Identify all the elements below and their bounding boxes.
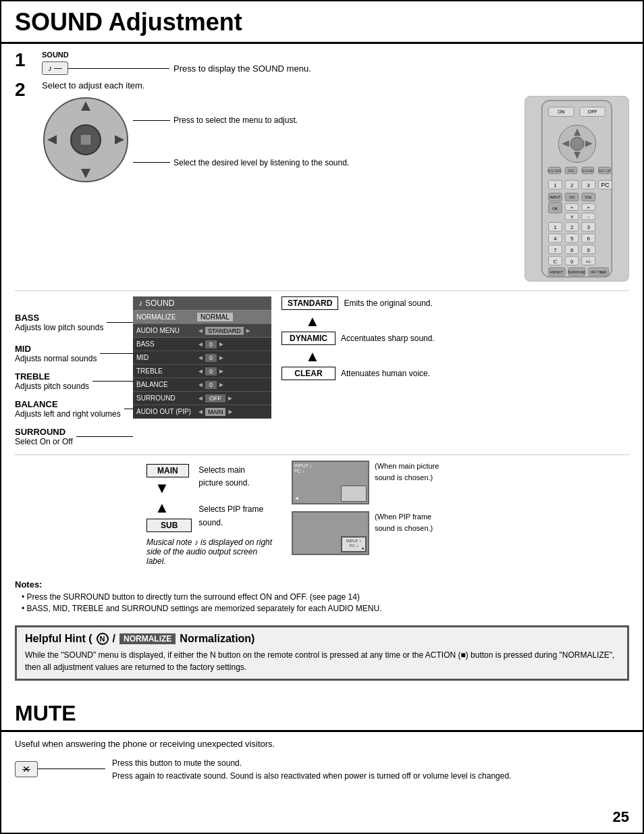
standard-box: STANDARD bbox=[281, 296, 338, 310]
hint-title-prefix: Helpful Hint ( bbox=[25, 633, 92, 645]
main-content: 1 SOUND ♪ — Press to display the SOUND m… bbox=[1, 44, 643, 694]
normalize-label: NORMALIZE bbox=[133, 313, 197, 321]
svg-text:5: 5 bbox=[570, 236, 574, 242]
n-circle: N bbox=[97, 633, 109, 645]
svg-text:+: + bbox=[587, 205, 590, 211]
svg-text:VOL/SRS: VOL/SRS bbox=[547, 170, 562, 173]
vertical-arrow-up: ▲ bbox=[155, 499, 169, 517]
bass-title: BASS bbox=[15, 313, 103, 323]
audio-out-left bbox=[15, 461, 133, 569]
step-1-instruction: Press to display the SOUND menu. bbox=[173, 63, 311, 74]
joystick-instructions: Press to select the menu to adjust. Sele… bbox=[133, 96, 349, 184]
sub-pip-box: INPUT ♪PC ♪ ◄ bbox=[341, 536, 367, 552]
treble-title: TREBLE bbox=[15, 371, 89, 382]
menu-row-mid: MID ◄ 0 ► bbox=[133, 351, 271, 365]
mute-content: Useful when answering the phone or recei… bbox=[1, 739, 643, 783]
svg-text:PC: PC bbox=[601, 182, 610, 188]
sub-desc: Selects PIP framesound. bbox=[198, 503, 263, 529]
mid-menu-label: MID bbox=[133, 354, 197, 361]
audioout-menu-label: AUDIO OUT (PIP) bbox=[133, 408, 197, 415]
svg-text:INPUT: INPUT bbox=[549, 195, 561, 199]
mute-section: MUTE Useful when answering the phone or … bbox=[1, 701, 643, 783]
dynamic-box: DYNAMIC bbox=[281, 332, 336, 345]
mid-arrow-right: ► bbox=[218, 354, 225, 361]
page-header: SOUND Adjustment bbox=[1, 1, 643, 44]
menu-row-surround: SURROUND ◄ OFF ► bbox=[133, 392, 271, 405]
main-frame-arrow: ◄ bbox=[294, 496, 299, 500]
mute-instruction-1: Press this button to mute the sound. bbox=[112, 757, 511, 770]
balance-value: 0 bbox=[205, 381, 217, 389]
mute-instruction-2: Press again to reactivate sound. Sound i… bbox=[112, 770, 511, 783]
menu-row-audioout: AUDIO OUT (PIP) ◄ MAIN ► bbox=[133, 405, 271, 419]
mid-title: MID bbox=[15, 344, 97, 354]
surround-title: SURROUND bbox=[15, 427, 73, 437]
bass-label-row: BASS Adjusts low pitch sounds bbox=[15, 315, 133, 329]
notes-section: Notes: Press the SURROUND button to dire… bbox=[15, 576, 629, 619]
main-sub-box: MAIN ▼ ▲ SUB Selects mainpicture sound. … bbox=[143, 461, 281, 569]
main-picture-frame: INPUT ♪PC ♪ ◄ bbox=[292, 461, 369, 504]
menu-row-treble: TREBLE ◄ 0 ► bbox=[133, 365, 271, 378]
svg-text:CH: CH bbox=[569, 195, 574, 199]
main-sub-buttons: MAIN ▼ ▲ SUB bbox=[146, 464, 192, 532]
vertical-arrow-down: ▼ bbox=[155, 479, 169, 497]
main-button: MAIN bbox=[146, 464, 189, 477]
sound-menu-header: ♪ SOUND bbox=[133, 296, 271, 311]
sound-note-icon: ♪ bbox=[48, 63, 52, 73]
step-1-number: 1 bbox=[15, 51, 35, 70]
treble-arrow-right: ► bbox=[218, 367, 225, 375]
svg-point-17 bbox=[570, 137, 584, 151]
clear-desc: Attenuates human voice. bbox=[341, 369, 430, 378]
press-instruction: Press to select the menu to adjust. bbox=[133, 115, 349, 125]
mid-label-row: MID Adjusts normal sounds bbox=[15, 344, 133, 363]
svg-text:3: 3 bbox=[587, 182, 591, 188]
sound-button-row: SOUND bbox=[42, 51, 629, 59]
svg-text:SET UP: SET UP bbox=[599, 170, 611, 173]
select-instruction: Select the desired level by listening to… bbox=[133, 158, 349, 167]
svg-text:4: 4 bbox=[554, 236, 557, 242]
svg-text:6: 6 bbox=[587, 236, 591, 242]
clear-box: CLEAR bbox=[281, 367, 336, 380]
page-title: SOUND Adjustment bbox=[15, 8, 629, 36]
svg-text:8: 8 bbox=[570, 247, 574, 253]
audio-modes-section: STANDARD Emits the original sound. ▲ DYN… bbox=[271, 296, 629, 448]
step-2-instruction: Select to adjust each item. bbox=[42, 80, 629, 90]
balance-title: BALANCE bbox=[15, 399, 121, 409]
mute-header: MUTE bbox=[1, 701, 643, 732]
svg-text:OK: OK bbox=[552, 207, 558, 211]
mute-button[interactable]: ✕ bbox=[15, 761, 38, 777]
page-wrapper: SOUND Adjustment 1 SOUND ♪ — Press to di… bbox=[0, 0, 644, 834]
balance-arrow-left: ◄ bbox=[197, 381, 204, 388]
remote-control-image: ON OFF bbox=[525, 96, 629, 284]
sub-frame-arrow: ◄ bbox=[360, 546, 365, 550]
treble-menu-label: TREBLE bbox=[133, 367, 197, 375]
svg-text:OFF TIMER: OFF TIMER bbox=[591, 271, 607, 274]
sound-labels-column: BASS Adjusts low pitch sounds MID Adjust… bbox=[15, 296, 133, 448]
bass-arrow-left: ◄ bbox=[197, 340, 204, 348]
notes-title: Notes: bbox=[15, 579, 629, 590]
hint-title-suffix: Normalization) bbox=[180, 633, 254, 645]
sound-button[interactable]: ♪ — bbox=[42, 61, 68, 75]
mid-arrow-left: ◄ bbox=[197, 354, 204, 361]
note-item-2: BASS, MID, TREBLE and SURROUND settings … bbox=[15, 604, 629, 613]
sub-button: SUB bbox=[146, 519, 192, 532]
sub-picture-frame: INPUT ♪PC ♪ ◄ bbox=[292, 511, 369, 555]
svg-text:PEK: PEK bbox=[568, 170, 575, 173]
sub-picture-block: INPUT ♪PC ♪ ◄ (When PIP framesound is ch… bbox=[292, 511, 439, 555]
surround-label-row: SURROUND Select On or Off bbox=[15, 427, 133, 446]
page-number: 25 bbox=[613, 808, 629, 825]
svg-text:OFF: OFF bbox=[588, 109, 597, 114]
mid-desc: Adjusts normal sounds bbox=[15, 354, 97, 363]
svg-text:SURROUND: SURROUND bbox=[568, 271, 585, 274]
svg-text:VOL: VOL bbox=[585, 195, 592, 199]
main-desc-text: Selects mainpicture sound. bbox=[198, 465, 249, 488]
mid-value: 0 bbox=[205, 354, 217, 362]
dynamic-desc: Accentuates sharp sound. bbox=[341, 334, 435, 343]
sound-button-dash: — bbox=[54, 63, 62, 73]
step-2-content: Select to adjust each item. bbox=[42, 80, 629, 284]
up-arrow-1: ▲ bbox=[305, 313, 629, 330]
menu-row-balance: BALANCE ◄ 0 ► bbox=[133, 378, 271, 392]
mute-desc: Useful when answering the phone or recei… bbox=[15, 739, 629, 749]
main-when-text: (When main picturesound is chosen.) bbox=[375, 461, 439, 483]
joystick-diagram bbox=[42, 96, 130, 184]
musical-note-content: Musical note ♪ is displayed on right sid… bbox=[146, 538, 272, 566]
